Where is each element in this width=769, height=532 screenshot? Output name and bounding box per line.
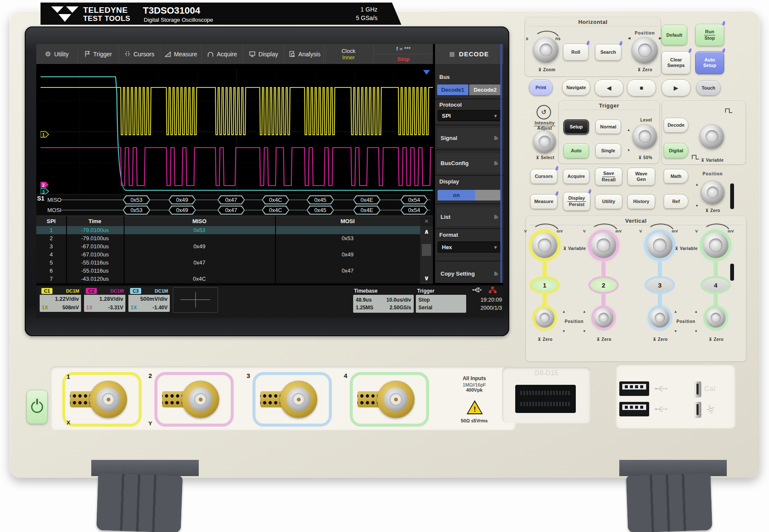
tab-decode1[interactable]: Decode1 — [437, 84, 468, 95]
digital-button[interactable]: Digital — [664, 143, 688, 158]
ch1-button[interactable]: 1 — [531, 278, 558, 292]
down-arrow-icon: ▼ — [694, 329, 698, 333]
ch4-scale-knob[interactable] — [703, 233, 728, 258]
horizontal-position-knob[interactable] — [632, 38, 658, 63]
clock-status-cell[interactable]: Clock Inner — [323, 44, 373, 64]
timebase-delay: 48.9us — [356, 297, 371, 303]
navigate-button[interactable]: Navigate — [562, 79, 590, 96]
channel-coupling: DC1M — [66, 288, 79, 294]
waveform-display[interactable]: 1 2 3 — [41, 70, 433, 194]
acquire-button[interactable]: Acquire — [563, 169, 589, 184]
table-row[interactable]: 6-55.0116us0x47 — [36, 267, 420, 275]
cal-output-lug[interactable] — [695, 381, 701, 397]
nav-prev-button[interactable]: ◀ — [595, 79, 624, 96]
channel-marker-c1[interactable]: 1 — [41, 131, 49, 137]
nav-play-button[interactable]: ▶ — [662, 79, 691, 96]
copy-setting-menu-item[interactable]: Copy Setting ‖› — [436, 266, 502, 281]
roll-button[interactable]: Roll — [563, 44, 589, 61]
display-persist-button[interactable]: DisplayPersist — [563, 192, 590, 211]
timebase-box[interactable]: 48.9us 10.0us/div 1.25MS 2.50GS/s — [353, 295, 414, 313]
ch3-position-knob[interactable] — [650, 308, 670, 328]
scroll-down-icon[interactable]: ∨ — [420, 274, 433, 282]
menu-item-display[interactable]: Display — [243, 44, 284, 64]
math-button[interactable]: Math — [664, 169, 688, 183]
signal-menu-item[interactable]: Signal ‖› — [436, 128, 502, 148]
cursors-button[interactable]: Cursors — [530, 169, 557, 184]
history-button[interactable]: History — [627, 194, 655, 209]
save-recall-button[interactable]: SaveRecall — [595, 168, 622, 186]
channel-status-c3[interactable]: C3 DC1M 500mV/div 1X -1.40V — [128, 287, 170, 312]
clear-sweeps-button[interactable]: ClearSweeps — [662, 51, 691, 74]
utility-button[interactable]: Utility — [595, 194, 622, 209]
horizontal-scale-knob[interactable] — [534, 38, 558, 62]
print-button[interactable]: Print — [529, 79, 553, 96]
ref-button[interactable]: Ref — [664, 194, 688, 209]
protocol-select[interactable]: SPI ▾ — [438, 110, 501, 121]
trigger-normal-button[interactable]: Normal — [595, 119, 621, 134]
touch-button[interactable]: Touch — [696, 80, 721, 96]
table-row[interactable]: 5-55.0116us0x47 — [36, 259, 420, 267]
nav-stop-button[interactable]: ■ — [627, 79, 656, 96]
variable-knob[interactable] — [700, 125, 724, 148]
table-row[interactable]: 2-79.0100us0x53 — [36, 234, 420, 243]
usb-port-1[interactable] — [619, 381, 649, 396]
ch1-scale-knob[interactable] — [532, 233, 557, 258]
menu-item-analysis[interactable]: Analysis — [284, 44, 326, 64]
default-button[interactable]: Default — [662, 25, 687, 45]
ch4-position-knob[interactable] — [706, 308, 725, 328]
menu-item-cursors[interactable]: Cursors — [119, 44, 160, 64]
menu-item-utility[interactable]: Utility — [36, 44, 78, 64]
trigger-setup-button[interactable]: Setup — [563, 119, 589, 134]
list-menu-item[interactable]: List ‖› — [436, 206, 502, 227]
scroll-thumb[interactable] — [422, 244, 431, 256]
ch2-scale-knob[interactable] — [591, 233, 616, 258]
scroll-up-icon[interactable]: ∧ — [420, 228, 433, 235]
auto-setup-button[interactable]: AutoSetup — [695, 51, 724, 74]
ch2-link — [601, 261, 606, 279]
intensity-adjust-knob[interactable] — [534, 131, 556, 153]
channel-status-c1[interactable]: C1 DC1M 1.22V/div 1X 508mV — [40, 287, 81, 312]
add-channel-button[interactable] — [173, 287, 218, 313]
close-icon[interactable]: × — [420, 216, 433, 226]
bnc-channel-2: 2 Y — [154, 372, 234, 427]
left-arrow-icon: ◀ — [628, 36, 630, 40]
menu-item-acquire[interactable]: Acquire — [202, 44, 243, 64]
digital-connector[interactable] — [515, 385, 576, 413]
menu-item-measure[interactable]: Measure — [160, 44, 202, 64]
ch4-button[interactable]: 4 — [702, 278, 729, 292]
channel-marker-c3[interactable]: 3 — [41, 189, 49, 194]
ch1-position-knob[interactable] — [535, 308, 554, 328]
tab-decode2[interactable]: Decode2 — [469, 84, 501, 95]
busconfig-menu-item[interactable]: BusConfig ‖› — [436, 152, 502, 174]
run-stop-button[interactable]: RunStop — [695, 24, 724, 46]
trigger-status-box[interactable]: Stop Serial — [416, 295, 466, 313]
ch2-position-knob[interactable] — [594, 308, 613, 328]
table-row[interactable]: 1-79.0100us0x53 — [36, 226, 420, 235]
trigger-single-button[interactable]: Single — [595, 143, 621, 158]
power-button[interactable] — [26, 390, 48, 424]
ch2-button[interactable]: 2 — [590, 278, 617, 292]
wave-gen-button[interactable]: WaveGen — [627, 168, 655, 186]
ch3-button[interactable]: 3 — [647, 278, 673, 292]
channel-status-c2[interactable]: C2 DC1M 1.28V/div 1X -3.31V — [84, 287, 125, 312]
cal-ground-lug[interactable] — [695, 402, 701, 417]
table-row[interactable]: 4-67.0100us0x49 — [36, 250, 420, 259]
table-row[interactable]: 7-43.0120us0x4C — [36, 275, 420, 283]
usb-port-2[interactable] — [619, 402, 649, 416]
decode-button[interactable]: Decode — [664, 118, 688, 133]
trigger-icon — [84, 51, 90, 57]
channel-marker-c2[interactable]: 2 — [41, 182, 49, 188]
menu-item-trigger[interactable]: Trigger — [78, 44, 119, 64]
trigger-auto-button[interactable]: Auto — [563, 143, 589, 158]
search-button[interactable]: Search — [595, 44, 621, 61]
math-position-knob[interactable] — [701, 181, 724, 204]
channel-tag: C3 — [130, 288, 141, 294]
trigger-position-marker[interactable] — [423, 70, 430, 75]
table-scrollbar[interactable]: ∧ ∨ — [420, 226, 433, 284]
measure-button[interactable]: Measure — [530, 194, 557, 209]
ch3-scale-knob[interactable] — [647, 233, 673, 258]
table-row[interactable]: 3-67.0100us0x49 — [36, 242, 420, 251]
trigger-level-knob[interactable] — [633, 125, 657, 148]
display-on-toggle[interactable]: on — [438, 190, 501, 201]
format-select[interactable]: Hex ▾ — [438, 241, 501, 253]
